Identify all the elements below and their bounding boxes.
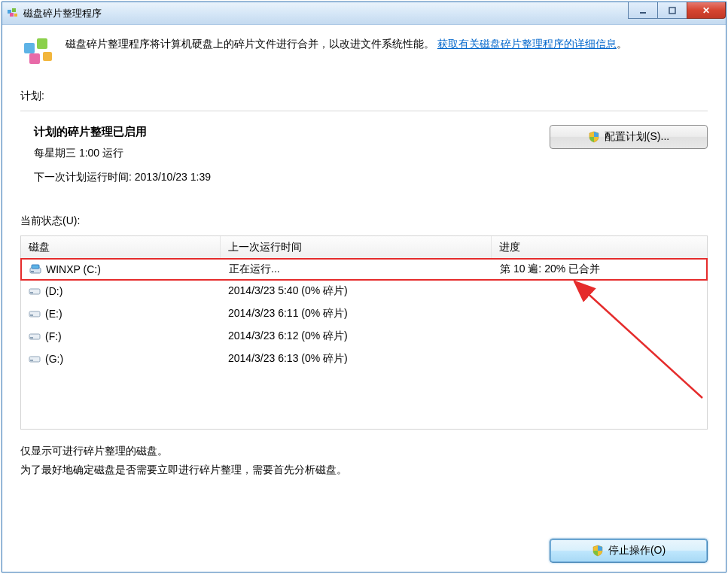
intro-period: 。	[617, 38, 627, 50]
stop-operation-label: 停止操作(O)	[608, 544, 666, 557]
hint-line-1: 仅显示可进行碎片整理的磁盘。	[20, 442, 708, 460]
svg-rect-14	[30, 292, 33, 293]
drive-name: (E:)	[45, 308, 62, 320]
svg-rect-16	[30, 314, 33, 316]
table-header: 磁盘 上一次运行时间 进度	[21, 236, 707, 259]
titlebar[interactable]: 磁盘碎片整理程序 ✕	[2, 2, 726, 25]
table-row[interactable]: WINXP (C:) 正在运行... 第 10 遍: 20% 已合并	[20, 258, 708, 281]
table-body: WINXP (C:) 正在运行... 第 10 遍: 20% 已合并 (D:) …	[21, 258, 707, 370]
svg-rect-18	[30, 337, 33, 339]
svg-rect-5	[669, 8, 675, 14]
footer-buttons: 停止操作(O)	[550, 539, 708, 563]
defrag-large-icon	[20, 35, 56, 71]
svg-rect-20	[30, 360, 33, 361]
drive-name: WINXP (C:)	[46, 263, 101, 275]
hint-line-2: 为了最好地确定磁盘是否需要立即进行碎片整理，需要首先分析磁盘。	[20, 460, 708, 479]
svg-rect-9	[43, 52, 52, 61]
drive-last-run: 2014/3/23 6:12 (0% 碎片)	[228, 330, 348, 343]
svg-rect-6	[24, 43, 35, 53]
schedule-label: 计划:	[20, 90, 708, 103]
column-progress[interactable]: 进度	[492, 236, 707, 258]
status-label: 当前状态(U):	[20, 214, 708, 228]
svg-rect-3	[14, 14, 17, 17]
intro-text: 磁盘碎片整理程序将计算机硬盘上的碎片文件进行合并，以改进文件系统性能。 获取有关…	[65, 35, 627, 52]
table-row[interactable]: (F:) 2014/3/23 6:12 (0% 碎片)	[21, 325, 707, 348]
drive-name: (D:)	[45, 285, 62, 297]
svg-rect-4	[640, 12, 646, 14]
table-row[interactable]: (G:) 2014/3/23 6:13 (0% 碎片)	[21, 348, 707, 370]
window-title: 磁盘碎片整理程序	[23, 7, 102, 20]
drive-icon	[29, 331, 41, 342]
shield-icon	[588, 131, 600, 143]
drive-name: (F:)	[45, 330, 62, 342]
minimize-icon	[638, 7, 647, 14]
drive-last-run: 2014/3/23 6:13 (0% 碎片)	[228, 352, 348, 366]
shield-icon	[592, 545, 604, 557]
drive-name: (G:)	[45, 353, 63, 365]
intro-link[interactable]: 获取有关磁盘碎片整理程序的详细信息	[437, 38, 617, 50]
schedule-section: 计划的碎片整理已启用 每星期三 1:00 运行 下一次计划运行时间: 2013/…	[20, 111, 708, 195]
drive-icon	[29, 354, 41, 364]
svg-rect-12	[32, 265, 39, 269]
column-disk[interactable]: 磁盘	[21, 236, 221, 258]
column-last-run[interactable]: 上一次运行时间	[221, 236, 492, 258]
close-button[interactable]: ✕	[687, 2, 726, 19]
schedule-next-run: 下一次计划运行时间: 2013/10/23 1:39	[34, 171, 211, 184]
table-row[interactable]: (E:) 2014/3/23 6:11 (0% 碎片)	[21, 302, 707, 325]
intro-section: 磁盘碎片整理程序将计算机硬盘上的碎片文件进行合并，以改进文件系统性能。 获取有关…	[20, 35, 708, 71]
drive-icon	[29, 286, 41, 296]
window-controls: ✕	[629, 2, 726, 19]
schedule-info: 计划的碎片整理已启用 每星期三 1:00 运行 下一次计划运行时间: 2013/…	[20, 125, 211, 195]
svg-rect-2	[10, 13, 14, 17]
drive-last-run: 正在运行...	[229, 263, 280, 276]
drive-table: 磁盘 上一次运行时间 进度 WINXP (C:) 正在运行...	[20, 235, 708, 430]
maximize-button[interactable]	[657, 2, 687, 19]
drive-last-run: 2014/3/23 5:40 (0% 碎片)	[228, 284, 348, 298]
drive-last-run: 2014/3/23 6:11 (0% 碎片)	[228, 307, 348, 320]
minimize-button[interactable]	[628, 2, 658, 19]
intro-desc: 磁盘碎片整理程序将计算机硬盘上的碎片文件进行合并，以改进文件系统性能。	[65, 38, 434, 50]
svg-rect-7	[37, 38, 47, 49]
configure-schedule-button[interactable]: 配置计划(S)...	[550, 125, 708, 149]
drive-progress: 第 10 遍: 20% 已合并	[500, 263, 600, 276]
svg-rect-8	[29, 53, 40, 64]
hint-text: 仅显示可进行碎片整理的磁盘。 为了最好地确定磁盘是否需要立即进行碎片整理，需要首…	[20, 442, 708, 479]
client-area: 磁盘碎片整理程序将计算机硬盘上的碎片文件进行合并，以改进文件系统性能。 获取有关…	[2, 25, 726, 572]
defrag-app-icon	[7, 8, 19, 20]
drive-system-icon	[29, 264, 41, 275]
stop-operation-button[interactable]: 停止操作(O)	[550, 539, 708, 563]
close-icon: ✕	[702, 5, 710, 16]
schedule-heading: 计划的碎片整理已启用	[34, 125, 211, 139]
table-row[interactable]: (D:) 2014/3/23 5:40 (0% 碎片)	[21, 280, 707, 302]
disk-defragmenter-window: 磁盘碎片整理程序 ✕ 磁盘碎片整理程序将计算机硬盘上的碎片文件进行合并，	[2, 2, 726, 572]
svg-rect-1	[12, 8, 16, 12]
maximize-icon	[668, 7, 677, 14]
configure-schedule-label: 配置计划(S)...	[605, 130, 669, 144]
drive-icon	[29, 308, 41, 319]
schedule-cadence: 每星期三 1:00 运行	[34, 147, 211, 160]
svg-rect-11	[31, 271, 34, 272]
